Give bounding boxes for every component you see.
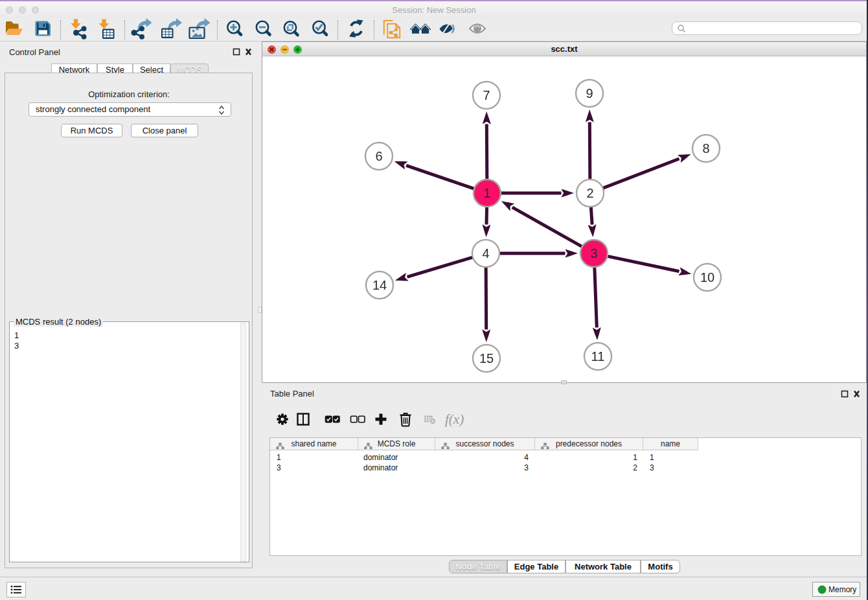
svg-text:f(x): f(x) (445, 411, 464, 427)
svg-text:6: 6 (375, 149, 382, 163)
svg-text:8: 8 (702, 141, 709, 156)
svg-text:1: 1 (483, 186, 490, 200)
svg-text:7: 7 (483, 88, 490, 102)
svg-text:10: 10 (700, 270, 714, 284)
svg-text:9: 9 (586, 86, 593, 100)
svg-text:3: 3 (590, 246, 597, 260)
svg-text:11: 11 (591, 349, 605, 363)
svg-text:4: 4 (482, 246, 489, 260)
svg-text:2: 2 (586, 186, 593, 200)
svg-text:14: 14 (372, 278, 387, 292)
svg-text:15: 15 (479, 351, 494, 365)
